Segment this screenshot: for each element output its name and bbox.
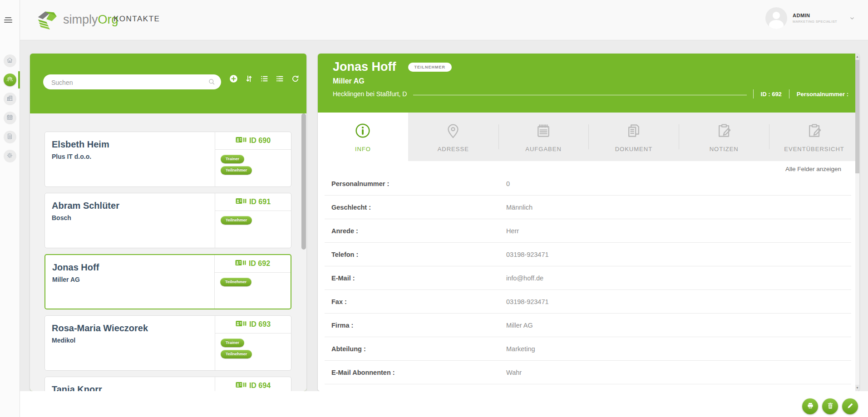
simplyorg-logo-icon xyxy=(34,8,59,31)
refresh-button[interactable] xyxy=(291,74,300,83)
detail-body: Alle Felder anzeigen Personalnummer :0Ge… xyxy=(318,161,859,391)
list-toolbar xyxy=(229,74,300,83)
scroll-up-arrow[interactable]: ▲ xyxy=(855,54,859,60)
delete-button[interactable] xyxy=(822,398,838,414)
page-title: KONTAKTE xyxy=(113,15,160,24)
contact-card-badges: Teilnehmer xyxy=(215,273,291,286)
tab-aufgaben[interactable]: AUFGABEN xyxy=(498,113,589,161)
search-box xyxy=(43,74,221,89)
contact-location: Hecklingen bei Staßfurt, D xyxy=(333,90,407,98)
field-label: Anrede : xyxy=(325,227,506,235)
clipboard-pencil-icon xyxy=(715,122,733,142)
search-icon[interactable] xyxy=(207,78,216,86)
gear-icon xyxy=(6,152,14,161)
id-card-icon xyxy=(236,382,247,390)
sidebar-item-settings[interactable] xyxy=(4,150,16,162)
calendar-icon xyxy=(6,113,14,123)
bottom-strip xyxy=(20,391,868,417)
contact-detail-header: Jonas Hoff TEILNEHMER Miller AG Heckling… xyxy=(318,54,859,113)
home-icon xyxy=(6,56,14,66)
contact-company: Miller AG xyxy=(333,77,850,85)
user-name: ADMIN xyxy=(793,13,843,18)
clipboard-pencil-icon xyxy=(805,122,824,142)
add-button[interactable] xyxy=(229,74,238,83)
avatar xyxy=(765,7,787,29)
tab-label: DOKUMENT xyxy=(615,146,652,152)
sidebar-item-documents[interactable] xyxy=(4,131,16,143)
detail-scrollbar-thumb[interactable] xyxy=(855,60,859,173)
topbar: simplyOrg KONTAKTE ADMIN MARKETING SPECI… xyxy=(20,0,868,40)
contact-card-name: Rosa-Maria Wieczorek xyxy=(52,323,215,334)
field-value: Männlich xyxy=(506,204,533,211)
tab-label: EVENTÜBERSICHT xyxy=(784,146,844,152)
contact-card-id: ID 692 xyxy=(215,255,291,273)
role-badge: Trainer xyxy=(221,339,244,347)
brand-logo[interactable]: simplyOrg xyxy=(34,8,118,31)
contact-card[interactable]: Abram SchlüterBoschID 691Teilnehmer xyxy=(44,193,291,248)
contact-card-company: Medikol xyxy=(52,337,215,344)
contact-card[interactable]: Jonas HoffMiller AGID 692Teilnehmer xyxy=(44,254,291,309)
role-badge: Teilnehmer xyxy=(220,278,252,286)
id-card-icon xyxy=(236,137,247,145)
field-value: Wahr xyxy=(506,369,522,376)
field-value: info@hoff.de xyxy=(506,275,543,282)
scroll-down-arrow[interactable]: ▼ xyxy=(855,385,859,391)
brand-name: simplyOrg xyxy=(63,13,118,27)
info-field-row: Telefon :03198-923471 xyxy=(325,243,851,266)
left-icon-rail xyxy=(0,0,20,417)
list-view-button[interactable] xyxy=(260,74,269,83)
user-role: MARKETING SPECIALIST xyxy=(793,20,843,24)
search-input[interactable] xyxy=(50,74,202,90)
tab-label: NOTIZEN xyxy=(710,146,739,152)
tab-eventübersicht[interactable]: EVENTÜBERSICHT xyxy=(769,113,859,161)
contact-card[interactable]: Rosa-Maria WieczorekMedikolID 693Trainer… xyxy=(44,315,291,371)
notepad-icon xyxy=(534,122,552,142)
tab-dokument[interactable]: DOKUMENT xyxy=(588,113,679,161)
info-field-row: Anrede :Herr xyxy=(325,219,851,243)
tab-adresse[interactable]: ADRESSE xyxy=(408,113,498,161)
contact-card-name: Jonas Hoff xyxy=(52,262,214,273)
role-badge: Teilnehmer xyxy=(221,350,252,358)
contact-card-name: Tanja Knorr xyxy=(52,384,215,391)
personnel-number-label: Personalnummer : xyxy=(797,91,848,98)
show-all-fields-link[interactable]: Alle Felder anzeigen xyxy=(785,166,841,172)
app-window: simplyOrg KONTAKTE ADMIN MARKETING SPECI… xyxy=(0,0,868,417)
sidebar-item-home[interactable] xyxy=(4,54,16,67)
contact-card-id: ID 691 xyxy=(215,193,291,211)
sidebar-item-contacts[interactable] xyxy=(4,74,16,86)
edit-button[interactable] xyxy=(842,398,858,414)
menu-hamburger-icon[interactable] xyxy=(4,17,12,24)
id-card-icon xyxy=(236,198,247,206)
info-field-row: Firma :Miller AG xyxy=(325,314,851,337)
sort-button[interactable] xyxy=(244,74,254,83)
detail-tabs: INFOADRESSEAUFGABENDOKUMENTNOTIZENEVENTÜ… xyxy=(318,113,859,162)
contact-list: Elsbeth HeimPlus IT d.o.o.ID 690TrainerT… xyxy=(30,113,306,391)
info-fields: Personalnummer :0Geschlecht :MännlichAnr… xyxy=(318,172,859,384)
pin-icon xyxy=(444,122,462,142)
role-badge: Teilnehmer xyxy=(221,216,252,225)
field-value: 03198-923471 xyxy=(506,298,549,305)
contact-card[interactable]: Elsbeth HeimPlus IT d.o.o.ID 690TrainerT… xyxy=(44,132,291,187)
sidebar-item-calendar[interactable] xyxy=(4,112,16,124)
id-card-icon xyxy=(235,260,246,268)
contact-card-company: Bosch xyxy=(52,214,215,221)
compact-view-button[interactable] xyxy=(275,74,285,83)
contact-card-company: Plus IT d.o.o. xyxy=(52,153,215,160)
contact-card[interactable]: Tanja KnorrID 694 xyxy=(44,377,291,391)
contact-name: Jonas Hoff xyxy=(333,60,396,74)
contact-list-scrollbar[interactable] xyxy=(301,113,306,250)
contact-type-badge: TEILNEHMER xyxy=(408,63,452,72)
info-field-row: Abteilung :Marketing xyxy=(325,337,851,361)
tab-info[interactable]: INFO xyxy=(318,113,408,162)
info-field-row: E-Mail :info@hoff.de xyxy=(325,266,851,290)
tab-label: INFO xyxy=(355,146,371,152)
trash-icon xyxy=(826,402,834,412)
sidebar-item-organizations[interactable] xyxy=(4,93,16,105)
tab-notizen[interactable]: NOTIZEN xyxy=(679,113,769,161)
pencil-icon xyxy=(846,402,854,412)
info-icon xyxy=(354,122,372,142)
print-button[interactable] xyxy=(802,398,818,414)
field-value: 03198-923471 xyxy=(506,251,549,258)
user-menu[interactable]: ADMIN MARKETING SPECIALIST xyxy=(765,7,855,29)
field-label: Personalnummer : xyxy=(325,180,506,187)
